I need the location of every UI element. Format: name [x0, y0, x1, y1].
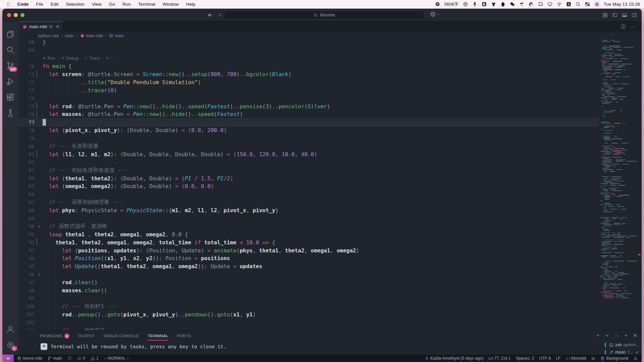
- status-item-moonbit[interactable]: { }Moonbit: [566, 356, 586, 361]
- code-line-98[interactable]: 98 masses.clear(): [18, 287, 599, 295]
- shirt-app-icon[interactable]: [491, 2, 496, 7]
- menu-item-view[interactable]: View: [88, 2, 105, 7]
- code-line-80[interactable]: 80 // --- 长度和质量: [18, 142, 599, 150]
- nav-forward-icon[interactable]: [217, 12, 222, 18]
- toggle-primary-sidebar-icon[interactable]: [612, 12, 618, 18]
- panel-more-actions-icon[interactable]: ···: [614, 333, 619, 338]
- panel-tab-terminal[interactable]: TERMINAL: [148, 330, 168, 341]
- code-line-84[interactable]: 84 let (theta1, theta2): (Double, Double…: [18, 174, 599, 182]
- code-line-73[interactable]: 73 ..tracer(0): [18, 86, 599, 94]
- activity-source-control-icon[interactable]: 107: [2, 58, 18, 73]
- code-line-85[interactable]: 85 let (omega1, omega2): (Double, Double…: [18, 182, 599, 190]
- smiley-input-icon[interactable]: [463, 2, 468, 7]
- launch-profile-chevron-icon[interactable]: [605, 333, 609, 338]
- code-line-76[interactable]: 76 let masses: @turtle.Pen = Pen::new().…: [18, 110, 599, 118]
- code-line-82[interactable]: 82: [18, 158, 599, 166]
- split-editor-icon[interactable]: [621, 24, 626, 29]
- code-line-101[interactable]: 101 rod..penup()..goto(pivot_x, pivot_y)…: [18, 310, 599, 318]
- status-item-1[interactable]: 1: [91, 356, 99, 361]
- status-item-ln-77-col-1[interactable]: Ln 77, Col 1: [488, 356, 511, 361]
- codelens-debug[interactable]: Debug: [61, 56, 78, 61]
- display-icon[interactable]: [547, 2, 552, 7]
- overview-ruler[interactable]: [637, 40, 642, 330]
- code-line-100[interactable]: 100 // --- 绘制杆1 ---: [18, 302, 599, 310]
- breadcrumb-item[interactable]: python.mbt: [38, 34, 59, 38]
- codelens-trace[interactable]: Trace: [84, 56, 100, 61]
- s-app-icon[interactable]: S: [566, 2, 571, 7]
- codelens-run[interactable]: Run: [43, 56, 55, 61]
- activity-testing-flask-icon[interactable]: [2, 105, 18, 121]
- code-line-79[interactable]: 79: [18, 134, 599, 142]
- code-line-87[interactable]: 87 // --- 设置初始物理量 ---: [18, 198, 599, 206]
- panel-tab-output[interactable]: OUTPUT: [78, 330, 95, 341]
- close-window-button[interactable]: [7, 13, 11, 17]
- minimap[interactable]: [599, 40, 637, 330]
- code-line-99[interactable]: 99: [18, 295, 599, 303]
- terminal-tab-zsh[interactable]: zshpython....: [606, 341, 642, 349]
- breadcrumb-item[interactable]: main.mbt: [80, 34, 103, 38]
- menu-item-file[interactable]: File: [32, 2, 47, 7]
- panel-tab-ports[interactable]: PORTS: [177, 330, 191, 341]
- breadcrumb-item[interactable]: main: [65, 34, 74, 38]
- customize-layout-icon[interactable]: [602, 12, 608, 18]
- status-item-background[interactable]: Background: [600, 356, 628, 361]
- menu-item-window[interactable]: Window: [159, 2, 182, 7]
- menu-item-help[interactable]: Help: [182, 2, 199, 7]
- menu-item-code[interactable]: Code: [14, 2, 33, 7]
- code-line-103[interactable]: 103 // --- 绘制杆2 ---: [18, 326, 599, 330]
- code-line-77[interactable]: 77: [18, 118, 599, 126]
- tab-close-icon[interactable]: ✕: [56, 24, 59, 29]
- code-line-86[interactable]: 86: [18, 190, 599, 198]
- profile-button[interactable]: [430, 11, 440, 17]
- new-terminal-plus-icon[interactable]: ＋: [595, 333, 600, 339]
- toggle-panel-icon[interactable]: [622, 12, 627, 18]
- apple-menu-icon[interactable]: : [4, 2, 14, 7]
- code-line-74[interactable]: 74: [18, 94, 599, 102]
- status-item--normal-[interactable]: -- NORMAL --: [104, 356, 129, 361]
- activity-run-debug-icon[interactable]: [2, 73, 18, 89]
- status-item-0[interactable]: 0: [77, 356, 85, 361]
- code-line-75[interactable]: 75 let rod: @turtle.Pen = Pen::new()..hi…: [18, 102, 599, 110]
- tab-main-mbt[interactable]: main.mbt M ✕: [18, 21, 63, 32]
- toggle-secondary-sidebar-icon[interactable]: [632, 12, 637, 18]
- breadcrumb-item[interactable]: main: [109, 34, 124, 38]
- surge-app-icon[interactable]: [519, 2, 524, 7]
- status-item-copilot-icon[interactable]: [591, 356, 595, 361]
- code-line-69[interactable]: 69: [18, 46, 599, 54]
- mic-icon[interactable]: [472, 2, 477, 7]
- code-line-81[interactable]: 81 let (l1, l2, m1, m2): (Double, Double…: [18, 150, 599, 158]
- record-icon[interactable]: [435, 2, 440, 7]
- codelens-ai[interactable]: [106, 56, 114, 60]
- menu-item-run[interactable]: Run: [119, 2, 135, 7]
- panel-tab-debug-console[interactable]: DEBUG CONSOLE: [104, 330, 139, 341]
- code-line-70[interactable]: 70fn main {: [18, 62, 599, 70]
- code-line-95[interactable]: 95 let Update((theta1, theta2, omega1, o…: [18, 262, 599, 270]
- remote-indicator[interactable]: ><: [2, 355, 14, 362]
- code-line-71[interactable]: 71 let screen: @turtle.Screen = Screen::…: [18, 70, 599, 78]
- fingerprint-app-icon[interactable]: [529, 2, 534, 7]
- code-line-83[interactable]: 83 // --- 初始角度和角速度 ---: [18, 166, 599, 174]
- status-item-main[interactable]: main: [47, 356, 62, 361]
- code-line-68[interactable]: 68}: [18, 40, 599, 46]
- status-item-kaida-amethyst-5-days-ag[interactable]: Kaida-Amethyst (5 days ago): [425, 356, 484, 361]
- code-line-97[interactable]: 97 rod.clear(): [18, 279, 599, 287]
- english-input-icon[interactable]: 英: [482, 2, 487, 7]
- maximize-panel-chevron-icon[interactable]: [624, 333, 628, 338]
- code-line-94[interactable]: 94 let Position((x1, y1, x2, y2)): Posit…: [18, 254, 599, 262]
- command-center-search[interactable]: Moonbit: [224, 11, 425, 19]
- editor-more-actions-icon[interactable]: ···: [630, 24, 636, 29]
- minimize-window-button[interactable]: [14, 13, 18, 17]
- status-item-utf-8[interactable]: UTF-8: [539, 356, 551, 361]
- code-line-92[interactable]: 92 theta1, theta2, omega1, omega2, total…: [18, 238, 599, 246]
- chat-app-icon[interactable]: [538, 2, 543, 7]
- activity-settings-gear-icon[interactable]: 1: [2, 337, 18, 353]
- code-line-90[interactable]: 90▶ // 函数式循环，更清晰: [18, 222, 599, 230]
- code-line-89[interactable]: 89: [18, 215, 599, 223]
- status-item-lf[interactable]: LF: [556, 356, 560, 361]
- menu-item-selection[interactable]: Selection: [62, 2, 88, 7]
- code-line-88[interactable]: 88 let phys: PhysicState = PhysicState::…: [18, 206, 599, 215]
- code-editor[interactable]: 68}69 Run| Debug| Trace| 70fn main {71 l…: [18, 40, 599, 330]
- activity-search-icon[interactable]: [2, 42, 18, 58]
- siri-icon[interactable]: [594, 2, 599, 7]
- activity-account-icon[interactable]: [2, 321, 18, 337]
